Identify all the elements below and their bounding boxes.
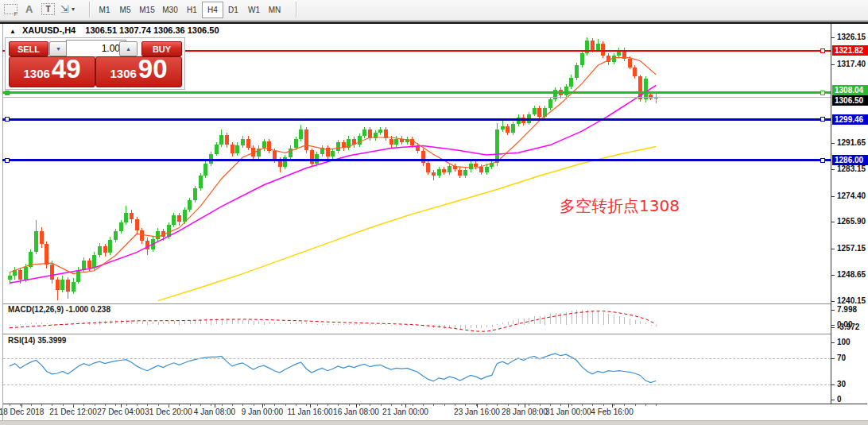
timeframe-h4-button[interactable]: H4	[202, 2, 223, 18]
time-axis-minor-tick	[115, 404, 116, 406]
macd-histogram-bar	[407, 325, 408, 326]
timeframe-m15-button[interactable]: M15	[135, 2, 159, 18]
time-axis-label: 31 Jan 00:00	[545, 408, 591, 416]
timeframe-d1-button[interactable]: D1	[223, 2, 244, 18]
candle-body	[50, 265, 54, 280]
macd-histogram-bar	[10, 325, 10, 326]
candle-body	[235, 145, 239, 154]
timeframe-m30-button[interactable]: M30	[158, 2, 182, 18]
macd-histogram-bar	[381, 324, 382, 325]
time-axis-minor-tick	[169, 404, 169, 406]
macd-histogram-bar	[89, 322, 90, 325]
candle-body	[569, 78, 573, 87]
axis-tick	[831, 327, 835, 328]
time-axis-minor-tick	[603, 404, 604, 406]
macd-histogram-bar	[333, 324, 334, 325]
macd-histogram-bar	[254, 321, 254, 325]
candle-body	[533, 108, 537, 114]
candle-body	[13, 270, 17, 276]
candle-body	[474, 164, 478, 167]
candle-body	[378, 129, 382, 133]
rsi-axis-label: 30	[837, 380, 846, 388]
line-anchor-marker[interactable]	[5, 91, 10, 95]
time-axis-minor-tick	[635, 404, 636, 406]
macd-histogram-bar	[370, 324, 370, 325]
candle-body	[87, 261, 91, 268]
macd-histogram-bar	[15, 325, 16, 326]
candle-body	[320, 148, 324, 154]
collapse-triangle-icon[interactable]: ▲	[10, 28, 16, 35]
sell-button[interactable]: SELL	[9, 41, 48, 56]
candle-body	[203, 164, 207, 176]
one-click-trading-panel: SELL ▼ 1.00 ▲ BUY 1306 49 1306 90	[5, 37, 185, 90]
macd-histogram-bar	[169, 321, 169, 324]
candle-body	[92, 255, 96, 268]
time-axis-minor-tick	[518, 404, 519, 406]
timeframe-mn-button[interactable]: MN	[264, 2, 285, 18]
macd-histogram-bar	[524, 319, 525, 325]
candle-body	[485, 167, 489, 172]
text-label-icon[interactable]: T	[41, 2, 55, 17]
axis-tick	[831, 169, 835, 170]
macd-histogram-bar	[354, 324, 355, 325]
line-anchor-marker[interactable]	[820, 117, 825, 122]
macd-histogram-bar	[550, 314, 551, 324]
time-axis-minor-tick	[31, 404, 32, 406]
line-anchor-marker[interactable]	[820, 48, 825, 53]
line-anchor-marker[interactable]	[5, 117, 10, 122]
candle-body	[124, 213, 128, 222]
sell-price-display[interactable]: 1306 49	[9, 56, 95, 87]
candle-body	[199, 176, 203, 188]
arrows-tool-icon[interactable]: ⇲▾	[60, 2, 75, 17]
time-axis-minor-tick	[455, 404, 455, 406]
axis-tick	[831, 64, 835, 65]
timeframe-m5-button[interactable]: M5	[114, 2, 136, 18]
horizontal-line-1299.46[interactable]	[2, 118, 831, 121]
horizontal-line-1308.04[interactable]	[2, 91, 831, 94]
line-anchor-marker[interactable]	[820, 158, 825, 163]
macd-histogram-bar	[238, 319, 238, 324]
macd-histogram-bar	[386, 324, 386, 325]
crosshair-pointer-icon[interactable]: F	[4, 2, 17, 17]
macd-histogram-bar	[121, 320, 122, 325]
macd-histogram-bar	[317, 324, 318, 325]
macd-histogram-bar	[391, 325, 392, 326]
timeframe-h1-button[interactable]: H1	[181, 2, 203, 18]
macd-histogram-bar	[598, 311, 599, 325]
macd-histogram-bar	[587, 310, 588, 325]
pane-separator-macd[interactable]	[3, 303, 866, 305]
candle-body	[161, 231, 165, 238]
chart-annotation-text[interactable]: 多空转折点1308	[560, 195, 680, 217]
draw-text-icon[interactable]: A	[25, 2, 33, 17]
macd-histogram-bar	[274, 323, 275, 325]
timeframe-m1-button[interactable]: M1	[94, 2, 115, 18]
line-anchor-marker[interactable]	[5, 158, 10, 163]
horizontal-line-1306.5[interactable]	[2, 97, 831, 98]
axis-tick	[831, 222, 835, 222]
price-axis-label: 1274.40	[837, 191, 866, 200]
buy-price-small: 1306	[110, 67, 136, 80]
macd-histogram-bar	[242, 320, 243, 325]
macd-histogram-bar	[645, 323, 646, 324]
time-axis-tick	[405, 404, 406, 408]
time-axis-label: 4 Feb 16:00	[591, 408, 633, 416]
volume-increase-button[interactable]: ▲	[119, 41, 138, 56]
macd-histogram-bar	[471, 325, 471, 329]
price-axis-label: 1317.40	[837, 60, 866, 68]
candle-body	[167, 225, 171, 237]
time-axis-minor-tick	[444, 404, 445, 406]
macd-histogram-bar	[566, 312, 567, 325]
time-axis-minor-tick	[624, 404, 625, 406]
horizontal-line-1286[interactable]	[2, 159, 831, 161]
buy-price-display[interactable]: 1306 90	[95, 56, 182, 87]
pane-separator-rsi[interactable]	[3, 334, 866, 335]
timeframe-w1-button[interactable]: W1	[243, 2, 265, 18]
line-anchor-marker[interactable]	[820, 91, 825, 95]
time-axis-minor-tick	[401, 404, 402, 406]
time-axis-minor-tick	[656, 404, 657, 406]
candle-body	[358, 136, 362, 145]
candle-body	[56, 280, 60, 290]
macd-histogram-bar	[465, 325, 466, 329]
candle-body	[537, 108, 541, 116]
price-axis-label: 1265.90	[837, 217, 866, 226]
